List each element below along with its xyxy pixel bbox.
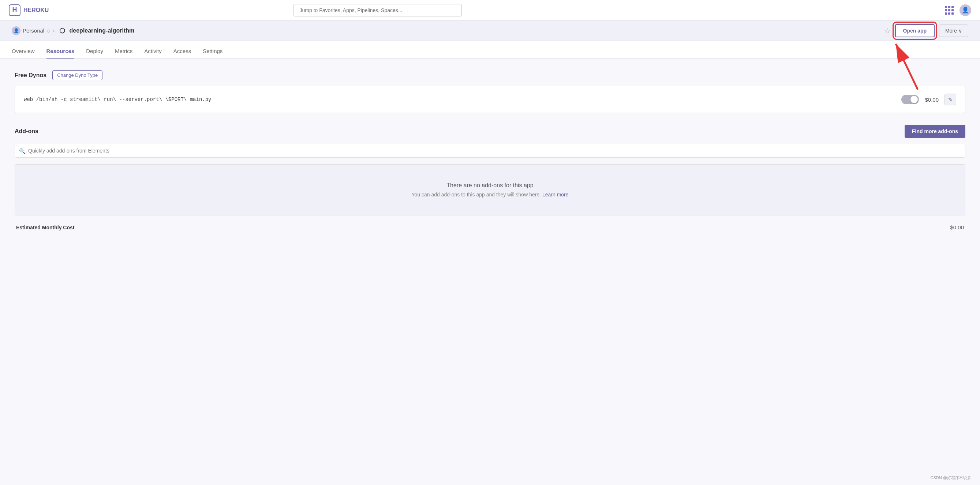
top-nav: H HEROKU 👤: [0, 0, 980, 21]
estimated-cost-row: Estimated Monthly Cost $0.00: [14, 224, 966, 231]
addons-empty-state: There are no add-ons for this app You ca…: [14, 164, 966, 215]
addons-header: Add-ons Find more add-ons: [14, 125, 966, 138]
addons-empty-title: There are no add-ons for this app: [24, 182, 956, 189]
tab-deploy[interactable]: Deploy: [86, 43, 103, 59]
learn-more-link[interactable]: Learn more: [542, 192, 569, 197]
main-content: Free Dynos Change Dyno Type web /bin/sh …: [0, 59, 980, 485]
dyno-command: web /bin/sh -c streamlit\ run\ --server.…: [24, 97, 211, 102]
logo-area: H HEROKU: [9, 5, 49, 16]
heroku-logo: H: [9, 5, 21, 16]
change-dyno-type-button[interactable]: Change Dyno Type: [52, 70, 102, 80]
breadcrumb-app: ⬡ deeplearning-algorithm: [58, 26, 135, 35]
tab-nav: Overview Resources Deploy Metrics Activi…: [0, 41, 980, 59]
user-avatar[interactable]: 👤: [959, 5, 971, 16]
brand-name: HEROKU: [24, 7, 49, 14]
favorite-star-button[interactable]: ☆: [884, 26, 891, 35]
addons-search-wrapper: 🔍: [14, 144, 966, 158]
dyno-cost: $0.00: [925, 97, 939, 103]
breadcrumb-separator: ›: [53, 27, 54, 34]
breadcrumb-actions: ☆ Open app More ∨: [884, 24, 968, 37]
dyno-right-controls: $0.00 ✎: [901, 94, 956, 105]
dyno-toggle[interactable]: [901, 95, 919, 104]
tab-settings[interactable]: Settings: [203, 43, 223, 59]
personal-avatar: 👤: [12, 26, 21, 35]
tab-overview[interactable]: Overview: [12, 43, 35, 59]
personal-label: Personal: [23, 27, 44, 33]
breadcrumb: 👤 Personal ◇ › ⬡ deeplearning-algorithm: [12, 26, 134, 35]
tab-resources[interactable]: Resources: [46, 43, 75, 59]
addons-title: Add-ons: [14, 128, 38, 135]
search-input[interactable]: [293, 4, 462, 16]
top-nav-right: 👤: [945, 5, 971, 16]
tab-access[interactable]: Access: [173, 43, 191, 59]
addons-empty-desc: You can add add-ons to this app and they…: [24, 192, 956, 197]
estimated-cost-value: $0.00: [950, 224, 964, 231]
breadcrumb-bar: 👤 Personal ◇ › ⬡ deeplearning-algorithm …: [0, 21, 980, 41]
addons-search-icon: 🔍: [19, 148, 25, 154]
toggle-knob: [910, 96, 918, 103]
edit-icon: ✎: [948, 97, 953, 102]
open-app-button[interactable]: Open app: [895, 24, 935, 37]
free-dynos-header: Free Dynos Change Dyno Type: [14, 70, 966, 80]
search-bar[interactable]: [293, 4, 462, 16]
find-addons-button[interactable]: Find more add-ons: [905, 125, 966, 138]
more-label: More: [945, 28, 957, 33]
tab-activity[interactable]: Activity: [144, 43, 162, 59]
watermark: CSDN @好程序不说多: [931, 475, 971, 480]
dyno-edit-button[interactable]: ✎: [945, 94, 956, 105]
personal-chevron-icon: ◇: [46, 28, 50, 33]
apps-grid-icon[interactable]: [945, 6, 954, 14]
dyno-card: web /bin/sh -c streamlit\ run\ --server.…: [14, 86, 966, 113]
app-name: deeplearning-algorithm: [70, 27, 135, 34]
addons-search-input[interactable]: [14, 144, 966, 157]
app-hex-icon: ⬡: [58, 26, 67, 35]
free-dynos-title: Free Dynos: [14, 72, 46, 79]
estimated-cost-label: Estimated Monthly Cost: [16, 224, 74, 231]
more-chevron-icon: ∨: [958, 28, 962, 33]
breadcrumb-personal[interactable]: 👤 Personal ◇: [12, 26, 50, 35]
tab-metrics[interactable]: Metrics: [115, 43, 132, 59]
more-button[interactable]: More ∨: [939, 24, 968, 37]
